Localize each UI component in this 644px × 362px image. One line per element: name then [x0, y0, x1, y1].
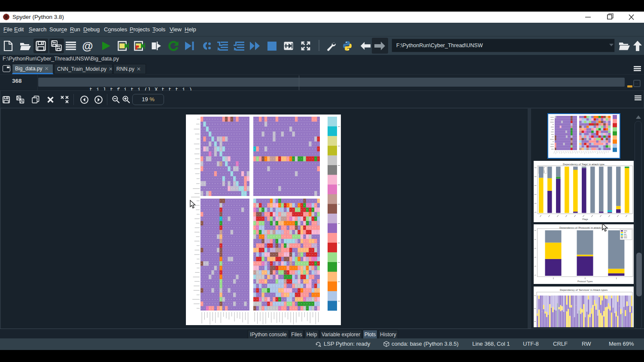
svg-text:Dependency of 'Services' in At: Dependency of 'Services' in Attack types [560, 288, 608, 291]
svg-text:Flags: Flags [582, 218, 588, 220]
svg-text:Protocol Types: Protocol Types [577, 280, 593, 283]
svg-text:Dependency of 'flags' in attac: Dependency of 'flags' in attack type [563, 163, 605, 166]
